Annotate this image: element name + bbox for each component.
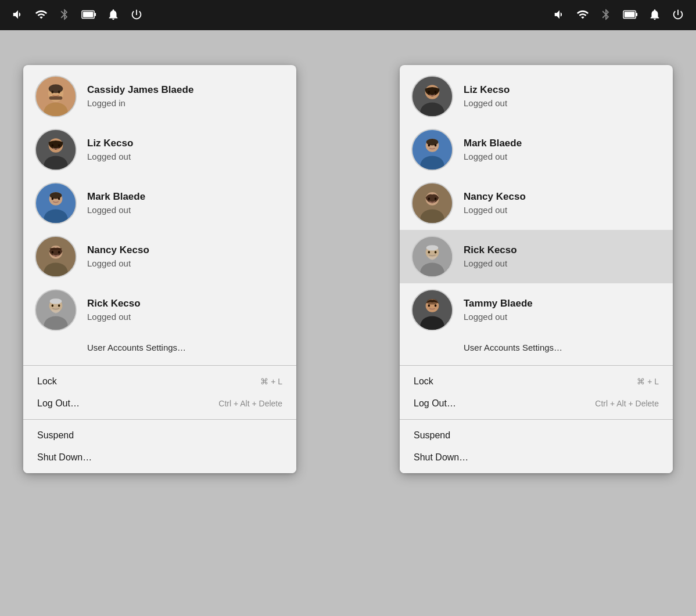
user-item-nancy-left[interactable]: Nancy Kecso Logged out (23, 230, 296, 283)
wifi-icon-right[interactable] (576, 8, 589, 23)
svg-point-46 (428, 144, 430, 146)
power-icon-left[interactable] (130, 8, 143, 23)
user-item-rick-left[interactable]: Rick Kecso Logged out (23, 283, 296, 337)
svg-point-58 (435, 251, 436, 253)
topbar-right-icons (348, 8, 684, 23)
svg-rect-1 (94, 13, 96, 16)
rick-left-info: Rick Kecso Logged out (87, 297, 285, 322)
right-suspend-item[interactable]: Suspend (400, 424, 673, 446)
left-logout-shortcut: Ctrl + Alt + Delete (218, 399, 282, 408)
right-logout-label: Log Out… (414, 398, 456, 409)
mark-right-name: Mark Blaede (464, 137, 661, 150)
avatar-rick-left (35, 289, 77, 331)
user-item-mark-left[interactable]: Mark Blaede Logged out (23, 176, 296, 230)
left-suspend-item[interactable]: Suspend (23, 424, 296, 446)
topbar-left-icons (12, 8, 348, 23)
rick-right-name: Rick Kecso (464, 244, 661, 257)
left-settings-link[interactable]: User Accounts Settings… (23, 337, 296, 361)
cassidy-status: Logged in (87, 97, 285, 109)
svg-rect-5 (625, 12, 635, 17)
right-actions-section: Lock ⌘ + L Log Out… Ctrl + Alt + Delete (400, 366, 673, 419)
left-suspend-label: Suspend (37, 430, 74, 441)
svg-point-11 (51, 91, 53, 93)
avatar-mark-left (35, 182, 77, 224)
liz-right-status: Logged out (464, 97, 661, 109)
bluetooth-off-icon-right[interactable] (600, 8, 612, 23)
mark-right-info: Mark Blaede Logged out (464, 137, 661, 162)
svg-point-63 (435, 304, 436, 307)
right-logout-item[interactable]: Log Out… Ctrl + Alt + Delete (400, 392, 673, 415)
svg-rect-64 (427, 299, 438, 304)
liz-right-name: Liz Kecso (464, 84, 661, 96)
left-logout-item[interactable]: Log Out… Ctrl + Alt + Delete (23, 392, 296, 415)
panels-wrapper: Cassidy James Blaede Logged in (0, 30, 696, 616)
mark-right-status: Logged out (464, 150, 661, 163)
right-settings-link[interactable]: User Accounts Settings… (400, 337, 673, 361)
bell-icon-right[interactable] (648, 8, 661, 23)
svg-point-40 (428, 91, 430, 93)
wifi-icon-left[interactable] (35, 8, 48, 23)
svg-point-62 (428, 304, 430, 307)
svg-point-18 (58, 144, 60, 146)
nancy-right-name: Nancy Kecso (464, 190, 661, 203)
liz-right-info: Liz Kecso Logged out (464, 84, 661, 109)
user-item-liz-left[interactable]: Liz Kecso Logged out (23, 123, 296, 176)
right-lock-item[interactable]: Lock ⌘ + L (400, 370, 673, 392)
right-users-section: Liz Kecso Logged out (400, 65, 673, 365)
volume-icon-right[interactable] (553, 8, 566, 23)
svg-point-23 (52, 197, 53, 200)
svg-rect-4 (636, 13, 637, 16)
user-item-rick-right[interactable]: Rick Kecso Logged out (400, 230, 673, 283)
svg-point-36 (58, 304, 60, 307)
power-icon-right[interactable] (672, 8, 684, 23)
svg-point-17 (52, 144, 53, 146)
avatar-mark-right (411, 129, 453, 171)
rick-left-status: Logged out (87, 311, 285, 323)
topbar (0, 0, 696, 30)
nancy-left-name: Nancy Kecso (87, 244, 285, 257)
right-lock-label: Lock (414, 376, 433, 387)
right-lock-shortcut: ⌘ + L (637, 377, 659, 386)
svg-point-57 (428, 251, 430, 253)
avatar-liz-right (411, 75, 453, 117)
svg-point-41 (435, 91, 436, 93)
content-area: Cassidy James Blaede Logged in (0, 30, 696, 616)
svg-point-56 (426, 245, 439, 250)
battery-icon-left[interactable] (81, 8, 96, 23)
bell-icon-left[interactable] (107, 8, 120, 23)
user-item-liz-right[interactable]: Liz Kecso Logged out (400, 70, 673, 123)
liz-left-name: Liz Kecso (87, 137, 285, 150)
svg-point-34 (50, 298, 62, 304)
tammy-status: Logged out (464, 311, 661, 323)
mark-left-status: Logged out (87, 204, 285, 216)
right-shutdown-label: Shut Down… (414, 452, 468, 463)
svg-point-22 (50, 192, 62, 199)
user-item-tammy[interactable]: Tammy Blaede Logged out (400, 283, 673, 337)
liz-left-info: Liz Kecso Logged out (87, 137, 285, 162)
svg-rect-2 (83, 12, 94, 17)
bluetooth-off-icon-left[interactable] (58, 8, 71, 23)
svg-point-47 (435, 144, 436, 146)
right-logout-shortcut: Ctrl + Alt + Delete (595, 399, 659, 408)
avatar-rick-right (411, 236, 453, 278)
left-shutdown-item[interactable]: Shut Down… (23, 446, 296, 469)
svg-point-35 (52, 304, 53, 307)
svg-point-12 (58, 91, 60, 93)
avatar-nancy-right (411, 182, 453, 224)
mark-left-name: Mark Blaede (87, 190, 285, 203)
nancy-left-status: Logged out (87, 257, 285, 269)
rick-left-name: Rick Kecso (87, 297, 285, 310)
volume-icon-left[interactable] (12, 8, 24, 23)
left-actions-section: Lock ⌘ + L Log Out… Ctrl + Alt + Delete (23, 366, 296, 419)
left-lock-item[interactable]: Lock ⌘ + L (23, 370, 296, 392)
user-item-cassidy[interactable]: Cassidy James Blaede Logged in (23, 70, 296, 123)
user-item-nancy-right[interactable]: Nancy Kecso Logged out (400, 176, 673, 230)
svg-point-52 (435, 197, 436, 200)
user-item-mark-right[interactable]: Mark Blaede Logged out (400, 123, 673, 176)
left-shutdown-label: Shut Down… (37, 452, 92, 463)
tammy-info: Tammy Blaede Logged out (464, 297, 661, 322)
right-shutdown-item[interactable]: Shut Down… (400, 446, 673, 469)
avatar-tammy (411, 289, 453, 331)
left-dropdown-panel: Cassidy James Blaede Logged in (23, 65, 296, 473)
battery-icon-right[interactable] (623, 8, 638, 23)
